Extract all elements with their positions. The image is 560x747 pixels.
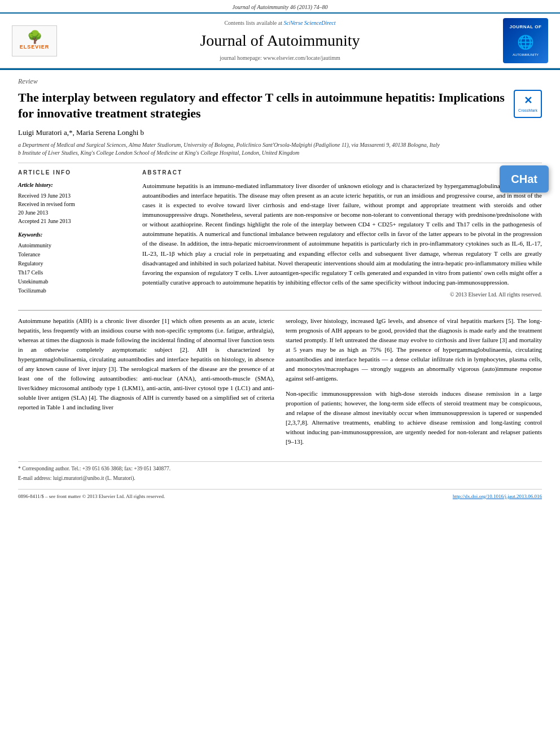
keyword-tocilizumab: Tocilizumab [18, 286, 131, 295]
crossmark-label: CrossMark [518, 108, 537, 113]
journal-header: 🌳 ELSEVIER Contents lists available at S… [0, 12, 560, 68]
section-divider-1 [18, 163, 542, 163]
keyword-autoimmunity: Autoimmunity [18, 241, 131, 250]
elsevier-brand: ELSEVIER [20, 43, 50, 51]
sciverse-prefix: Contents lists available at [224, 20, 283, 26]
revised-label: Received in revised form [18, 200, 131, 208]
article-info-header: ARTICLE INFO [18, 169, 131, 177]
main-content: Review The interplay between regulatory … [0, 70, 560, 506]
received-date: Received 19 June 2013 [18, 191, 131, 200]
sciverse-line: Contents lists available at SciVerse Sci… [67, 19, 493, 27]
authors-text: Luigi Muratori a,*, Maria Serena Longhi … [18, 128, 144, 137]
body-section: Autoimmune hepatitis (AIH) is a chronic … [18, 310, 542, 453]
keywords-list: Autoimmunity Tolerance Regulatory Th17 C… [18, 241, 131, 295]
body-col1-para2: serology, liver histology, increased IgG… [286, 316, 542, 383]
journal-homepage: journal homepage: www.elsevier.com/locat… [67, 54, 493, 62]
affiliation-b: b Institute of Liver Studies, King's Col… [18, 149, 542, 157]
footer-issn: 0896-8411/$ – see front matter © 2013 El… [18, 493, 165, 500]
body-two-col: Autoimmune hepatitis (AIH) is a chronic … [18, 316, 542, 453]
revised-date: 20 June 2013 [18, 208, 131, 217]
body-col2-para1: Non-specific immunosuppression with high… [286, 389, 542, 447]
header-center: Contents lists available at SciVerse Sci… [67, 19, 493, 62]
crossmark-icon: ✕ [524, 94, 532, 108]
autoimmunity-badge: JOURNAL OF 🌐 AUTOIMMUNITY [503, 18, 548, 63]
doi-link[interactable]: http://dx.doi.org/10.1016/j.jaut.2013.06… [453, 493, 542, 500]
journal-citation: Journal of Autoimmunity 46 (2013) 74–80 [0, 0, 560, 12]
body-col1-para1: Autoimmune hepatitis (AIH) is a chronic … [18, 316, 274, 412]
article-title: The interplay between regulatory and eff… [18, 90, 507, 122]
keyword-th17: Th17 Cells [18, 268, 131, 277]
page-footer: 0896-8411/$ – see front matter © 2013 El… [18, 489, 542, 500]
autoimmunity-badge-section: JOURNAL OF 🌐 AUTOIMMUNITY [500, 18, 551, 63]
crossmark-badge: ✕ CrossMark [514, 90, 542, 118]
body-col-left: Autoimmune hepatitis (AIH) is a chronic … [18, 316, 274, 453]
authors-line: Luigi Muratori a,*, Maria Serena Longhi … [18, 128, 542, 138]
keywords-label: Keywords: [18, 231, 131, 239]
elsevier-logo: 🌳 ELSEVIER [12, 25, 57, 56]
keyword-regulatory: Regulatory [18, 259, 131, 268]
footnote-email: E-mail address: luigi.muratori@unibo.it … [18, 475, 542, 482]
badge-title: JOURNAL OF [510, 24, 542, 30]
article-title-section: The interplay between regulatory and eff… [18, 90, 542, 122]
page-wrapper: Journal of Autoimmunity 46 (2013) 74–80 … [0, 0, 560, 506]
badge-subtitle: AUTOIMMUNITY [513, 53, 539, 57]
sciverse-link[interactable]: SciVerse ScienceDirect [283, 20, 335, 26]
section-type-label: Review [18, 77, 542, 86]
abstract-text: Autoimmune hepatitis is an immuno-mediat… [142, 181, 542, 287]
globe-icon: 🌐 [517, 33, 534, 52]
abstract-column: ABSTRACT Autoimmune hepatitis is an immu… [142, 169, 542, 299]
affiliation-a: a Department of Medical and Surgical Sci… [18, 141, 542, 149]
abstract-header: ABSTRACT [142, 169, 542, 177]
body-col-right: serology, liver histology, increased IgG… [286, 316, 542, 453]
article-history-label: Article history: [18, 181, 131, 189]
tree-icon: 🌳 [27, 31, 42, 43]
affiliations: a Department of Medical and Surgical Sci… [18, 141, 542, 157]
accepted-date: Accepted 21 June 2013 [18, 217, 131, 225]
citation-text: Journal of Autoimmunity 46 (2013) 74–80 [233, 4, 328, 10]
elsevier-logo-section: 🌳 ELSEVIER [9, 25, 60, 56]
keyword-tolerance: Tolerance [18, 250, 131, 259]
article-info-column: ARTICLE INFO Article history: Received 1… [18, 169, 131, 299]
keyword-ustekinumab: Ustekinumab [18, 277, 131, 286]
info-abstract-layout: ARTICLE INFO Article history: Received 1… [18, 169, 542, 299]
journal-title-header: Journal of Autoimmunity [67, 29, 493, 51]
homepage-text: journal homepage: www.elsevier.com/locat… [220, 55, 340, 61]
footnote-corresponding: * Corresponding author. Tel.: +39 051 63… [18, 465, 542, 473]
copyright-line: © 2013 Elsevier Ltd. All rights reserved… [142, 291, 542, 299]
chat-button[interactable]: CHat [500, 165, 549, 193]
footnotes: * Corresponding author. Tel.: +39 051 63… [18, 461, 542, 482]
